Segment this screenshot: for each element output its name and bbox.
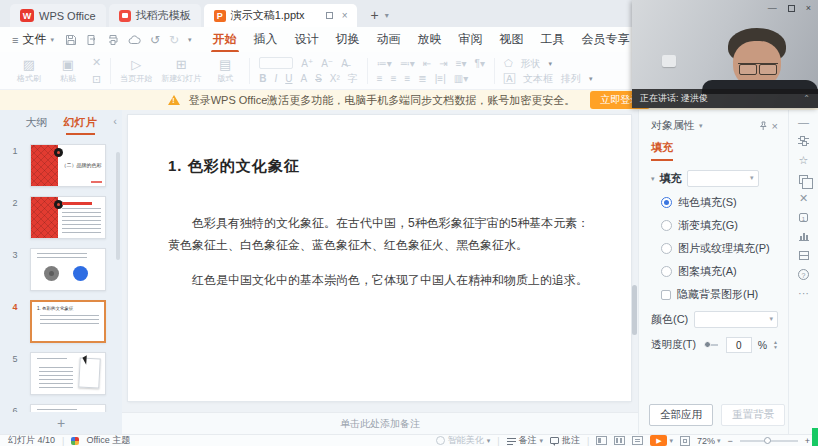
slider-knob[interactable]: [704, 341, 711, 348]
font-size-up-icon[interactable]: A⁺: [301, 58, 313, 69]
slide-1-thumbnail[interactable]: （二）品牌的色彩: [30, 144, 106, 187]
undo-icon[interactable]: ↺: [150, 33, 160, 47]
menu-item-view[interactable]: 视图: [498, 27, 526, 52]
slide-title[interactable]: 1. 色彩的文化象征: [168, 157, 300, 176]
slideshow-button[interactable]: ▶ ▾: [650, 435, 673, 446]
tab-presentation-document[interactable]: P 演示文稿1.pptx ×: [204, 4, 358, 27]
underline-button[interactable]: U: [285, 73, 292, 84]
fill-preset-dropdown[interactable]: [687, 170, 759, 187]
maximize-icon[interactable]: [788, 5, 795, 12]
shape-button[interactable]: 形状: [521, 58, 541, 69]
collapse-caret-icon[interactable]: ⌃: [803, 94, 810, 103]
section-collapse-icon[interactable]: ▾: [651, 175, 655, 183]
font-color-button[interactable]: A: [300, 73, 307, 84]
slide-5-thumbnail[interactable]: [30, 352, 106, 395]
italic-button[interactable]: I: [274, 73, 277, 84]
sidebar-scrollbar[interactable]: [116, 152, 120, 260]
distribute-icon[interactable]: |≡|: [435, 73, 446, 84]
object-properties-icon[interactable]: [798, 136, 809, 147]
resource-icon[interactable]: 1: [799, 212, 808, 223]
zoom-level-button[interactable]: 72% ▾: [697, 436, 721, 446]
transparency-slider[interactable]: [704, 344, 718, 346]
textbox-button[interactable]: 文本框: [523, 73, 553, 84]
menu-item-member[interactable]: 会员专享: [580, 27, 632, 52]
menu-item-insert[interactable]: 插入: [252, 27, 280, 52]
canvas-scrollbar[interactable]: [632, 285, 637, 335]
columns-icon[interactable]: ▥▾: [454, 73, 468, 84]
apply-all-button[interactable]: 全部应用: [649, 404, 713, 426]
slide-editing-canvas[interactable]: 1. 色彩的文化象征 色彩具有独特的文化象征。在古代中国，5种色彩象征宇宙的5种…: [122, 110, 638, 412]
format-painter-button[interactable]: ▨ 格式刷: [14, 58, 44, 84]
indent-decrease-icon[interactable]: ⇤: [423, 58, 431, 69]
smart-layout-icon[interactable]: [799, 250, 809, 261]
cut-icon[interactable]: ✕: [92, 56, 101, 69]
fit-to-window-icon[interactable]: [680, 436, 690, 446]
align-center-icon[interactable]: ≡: [391, 73, 397, 84]
font-name-box[interactable]: [259, 57, 293, 69]
stepper-icons[interactable]: ▲▼: [773, 340, 778, 350]
zoom-out-button[interactable]: −: [727, 436, 732, 446]
reset-background-button[interactable]: 重置背景: [721, 404, 785, 426]
notes-bar[interactable]: 单击此处添加备注: [122, 412, 638, 434]
slide-6-thumbnail[interactable]: [30, 404, 106, 412]
tab-wps-office[interactable]: W WPS Office: [10, 4, 106, 27]
color-dropdown[interactable]: [694, 311, 778, 328]
save-icon[interactable]: [65, 34, 77, 46]
fill-option-gradient[interactable]: 渐变填充(G): [639, 214, 788, 237]
comments-button[interactable]: 批注: [550, 434, 580, 446]
slide-sorter-view-icon[interactable]: [614, 436, 625, 445]
slide-2-thumbnail[interactable]: [30, 196, 106, 239]
print-icon[interactable]: [107, 34, 119, 46]
bullet-list-icon[interactable]: ≔▾: [377, 58, 392, 69]
zoom-slider[interactable]: [740, 440, 798, 442]
hide-background-checkbox[interactable]: 隐藏背景图形(H): [639, 283, 788, 306]
add-slide-button[interactable]: +: [0, 414, 122, 434]
font-size-down-icon[interactable]: A⁻: [321, 58, 333, 69]
superscript-button[interactable]: X²: [330, 73, 340, 84]
align-right-icon[interactable]: ≡: [405, 73, 411, 84]
slide-4-thumbnail-selected[interactable]: 1. 色彩的文化象征: [30, 300, 106, 343]
copy-icon[interactable]: ⊡: [92, 73, 101, 86]
notes-toggle-button[interactable]: 备注 ▾: [507, 434, 544, 446]
tab-close-icon[interactable]: ×: [342, 10, 348, 21]
menu-item-animation[interactable]: 动画: [375, 27, 403, 52]
transparency-value-input[interactable]: 0: [726, 337, 752, 353]
help-icon[interactable]: ?: [798, 269, 809, 280]
tab-slides[interactable]: 幻灯片: [64, 115, 97, 130]
slide-body-text[interactable]: 色彩具有独特的文化象征。在古代中国，5种色彩象征宇宙的5种基本元素：黄色象征土、…: [168, 212, 593, 292]
tab-outline[interactable]: 大纲: [26, 115, 48, 130]
zoom-in-button[interactable]: +: [805, 436, 810, 446]
close-icon[interactable]: ×: [806, 3, 811, 13]
reading-view-icon[interactable]: [632, 436, 643, 445]
number-list-icon[interactable]: ≕▾: [400, 58, 415, 69]
collapse-strip-icon[interactable]: —: [798, 117, 809, 128]
chart-icon[interactable]: [799, 231, 809, 242]
slide-layout-button[interactable]: ▤ 版式: [210, 58, 240, 84]
highlight-button[interactable]: 字: [348, 73, 358, 84]
tab-list-dropdown-icon[interactable]: ▾: [385, 11, 389, 20]
meeting-video-overlay[interactable]: — × 正在讲话: 逯洪俊 ⌃: [632, 0, 818, 108]
fill-option-picture-texture[interactable]: 图片或纹理填充(P): [639, 237, 788, 260]
customize-toolbar-icon[interactable]: ▾: [188, 36, 192, 44]
tab-docer-templates[interactable]: 找稻壳模板: [109, 4, 201, 27]
fill-option-pattern[interactable]: 图案填充(A): [639, 260, 788, 283]
menu-item-transition[interactable]: 切换: [334, 27, 362, 52]
menu-item-design[interactable]: 设计: [293, 27, 321, 52]
menu-item-tools[interactable]: 工具: [539, 27, 567, 52]
zoom-slider-knob[interactable]: [764, 437, 771, 444]
new-tab-button[interactable]: +: [370, 7, 378, 23]
file-menu-button[interactable]: ≡ 文件 ▾: [12, 31, 54, 48]
clear-format-icon[interactable]: A̶: [341, 58, 348, 69]
output-icon[interactable]: [86, 34, 98, 46]
strikethrough-button[interactable]: S: [315, 73, 322, 84]
text-direction-icon[interactable]: ¶▾: [475, 58, 485, 69]
play-from-page-button[interactable]: ▷ 当页开始: [120, 58, 152, 84]
arrange-button[interactable]: 排列: [561, 73, 581, 84]
favorites-icon[interactable]: ☆: [799, 155, 809, 166]
slide-3-thumbnail[interactable]: [30, 248, 106, 291]
layers-icon[interactable]: [799, 174, 808, 185]
cloud-sync-icon[interactable]: [128, 34, 141, 46]
new-slide-button[interactable]: ⊞ 新建幻灯片: [161, 58, 201, 84]
minimize-icon[interactable]: —: [768, 3, 777, 13]
more-tools-icon[interactable]: ···: [798, 288, 809, 299]
